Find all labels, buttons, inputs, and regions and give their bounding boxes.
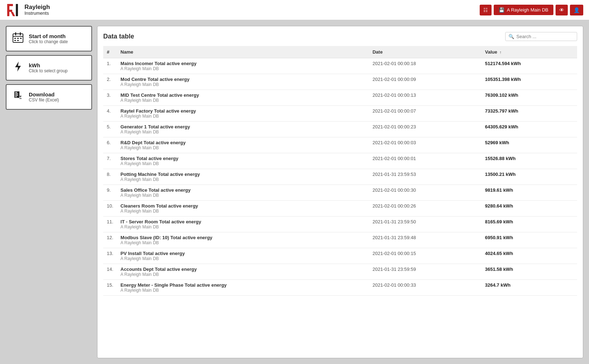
download-card[interactable]: Download CSV file (Excel): [6, 84, 92, 110]
cell-value: 64305.629 kWh: [481, 122, 577, 137]
item-db: A Rayleigh Main DB: [120, 177, 365, 182]
item-db: A Rayleigh Main DB: [120, 288, 365, 293]
cell-name: Accounts Dept Total active energy A Rayl…: [117, 264, 369, 280]
cell-value: 76309.102 kWh: [481, 90, 577, 106]
calendar-icon: [12, 32, 24, 46]
item-db: A Rayleigh Main DB: [120, 161, 365, 166]
col-name[interactable]: Name: [117, 46, 369, 58]
header: Rayleigh Instruments ☷ 💾 A Rayleigh Main…: [0, 0, 589, 20]
cell-date: 2021-02-01 00:00:30: [369, 185, 481, 201]
database-icon: 💾: [499, 7, 504, 13]
unit-card-subtitle: Click to select group: [29, 68, 68, 73]
sort-arrow: ↑: [499, 50, 502, 54]
sidebar: Start of month Click to change date kWh …: [6, 26, 92, 358]
brand-sub: Instruments: [24, 11, 50, 16]
cell-name: Stores Total active energy A Rayleigh Ma…: [117, 153, 369, 169]
cell-value: 73325.797 kWh: [481, 106, 577, 122]
col-date[interactable]: Date: [369, 46, 481, 58]
svg-rect-18: [15, 94, 18, 94]
cell-date: 2021-01-31 23:59:50: [369, 217, 481, 232]
svg-rect-3: [7, 10, 12, 12]
unit-card[interactable]: kWh Click to select group: [6, 55, 92, 81]
item-db: A Rayleigh Main DB: [120, 209, 365, 214]
item-db: A Rayleigh Main DB: [120, 98, 365, 103]
item-name: Sales Office Total active energy: [120, 187, 365, 193]
cell-value: 13500.21 kWh: [481, 169, 577, 185]
table-body: 1. Mains Incomer Total active energy A R…: [103, 58, 577, 296]
db-button-label: A Rayleigh Main DB: [507, 7, 548, 13]
cell-name: Energy Meter - Single Phase Total active…: [117, 280, 369, 296]
item-name: Cleaners Room Total active energy: [120, 203, 365, 209]
cell-date: 2021-01-31 23:59:59: [369, 264, 481, 280]
table-row: 3. MID Test Centre Total active energy A…: [103, 90, 577, 106]
cell-name: PV Install Total active energy A Rayleig…: [117, 248, 369, 264]
user-icon: 👤: [574, 7, 580, 13]
search-icon: 🔍: [508, 34, 514, 39]
cell-name: Mains Incomer Total active energy A Rayl…: [117, 58, 369, 74]
cell-num: 14.: [103, 264, 117, 280]
svg-rect-11: [17, 38, 19, 39]
item-db: A Rayleigh Main DB: [120, 145, 365, 150]
cell-value: 15526.88 kWh: [481, 153, 577, 169]
cell-value: 9819.61 kWh: [481, 185, 577, 201]
date-card-title: Start of month: [29, 33, 68, 39]
table-row: 14. Accounts Dept Total active energy A …: [103, 264, 577, 280]
data-table: # Name Date Value ↑ 1. Mains Incomer Tot…: [103, 46, 577, 296]
date-card[interactable]: Start of month Click to change date: [6, 26, 92, 51]
cell-name: Sales Office Total active energy A Rayle…: [117, 185, 369, 201]
logo: Rayleigh Instruments: [6, 3, 50, 18]
col-value[interactable]: Value ↑: [481, 46, 577, 58]
download-card-subtitle: CSV file (Excel): [29, 97, 59, 103]
svg-rect-14: [17, 40, 19, 41]
cell-name: Modbus Slave (ID: 10) Total active energ…: [117, 232, 369, 248]
cell-date: 2021-01-31 23:59:53: [369, 169, 481, 185]
item-name: MID Test Centre Total active energy: [120, 92, 365, 98]
item-name: Raytel Factory Total active energy: [120, 108, 365, 114]
cell-num: 6.: [103, 137, 117, 153]
cell-value: 52969 kWh: [481, 137, 577, 153]
header-actions: ☷ 💾 A Rayleigh Main DB 👁 👤: [480, 5, 583, 15]
cell-date: 2021-02-01 00:00:23: [369, 122, 481, 137]
item-db: A Rayleigh Main DB: [120, 129, 365, 135]
item-name: Stores Total active energy: [120, 156, 365, 161]
svg-rect-12: [20, 38, 22, 39]
main-layout: Start of month Click to change date kWh …: [0, 20, 589, 364]
cell-num: 9.: [103, 185, 117, 201]
cell-num: 5.: [103, 122, 117, 137]
cell-name: Cleaners Room Total active energy A Rayl…: [117, 201, 369, 217]
grid-icon: ☷: [483, 7, 488, 13]
svg-marker-15: [15, 62, 21, 72]
cell-date: 2021-02-01 00:00:13: [369, 90, 481, 106]
table-row: 6. R&D Dept Total active energy A Raylei…: [103, 137, 577, 153]
cell-num: 1.: [103, 58, 117, 74]
cell-date: 2021-02-01 00:00:26: [369, 201, 481, 217]
eye-icon: 👁: [559, 7, 564, 13]
item-name: Modbus Slave (ID: 10) Total active energ…: [120, 235, 365, 240]
table-row: 5. Generator 1 Total active energy A Ray…: [103, 122, 577, 137]
cell-name: Mod Centre Total active energy A Rayleig…: [117, 74, 369, 90]
table-row: 2. Mod Centre Total active energy A Rayl…: [103, 74, 577, 90]
table-row: 13. PV Install Total active energy A Ray…: [103, 248, 577, 264]
table-row: 7. Stores Total active energy A Rayleigh…: [103, 153, 577, 169]
search-input[interactable]: [516, 34, 574, 39]
item-name: Potting Machine Total active energy: [120, 172, 365, 177]
unit-card-title: kWh: [29, 62, 68, 68]
cell-name: MID Test Centre Total active energy A Ra…: [117, 90, 369, 106]
search-box: 🔍: [505, 32, 577, 41]
item-db: A Rayleigh Main DB: [120, 256, 365, 261]
cell-num: 7.: [103, 153, 117, 169]
cell-value: 4024.65 kWh: [481, 248, 577, 264]
item-db: A Rayleigh Main DB: [120, 82, 365, 87]
eye-button[interactable]: 👁: [556, 5, 568, 15]
item-name: Generator 1 Total active energy: [120, 124, 365, 129]
cell-date: 2021-01-31 23:59:48: [369, 232, 481, 248]
bolt-icon: [12, 61, 24, 75]
grid-button[interactable]: ☷: [480, 5, 492, 15]
user-button[interactable]: 👤: [570, 5, 583, 15]
download-icon: [12, 90, 24, 104]
db-button[interactable]: 💾 A Rayleigh Main DB: [494, 5, 553, 15]
table-row: 11. IT - Server Room Total active energy…: [103, 217, 577, 232]
cell-value: 9280.64 kWh: [481, 201, 577, 217]
cell-num: 3.: [103, 90, 117, 106]
unit-card-text: kWh Click to select group: [29, 62, 68, 73]
